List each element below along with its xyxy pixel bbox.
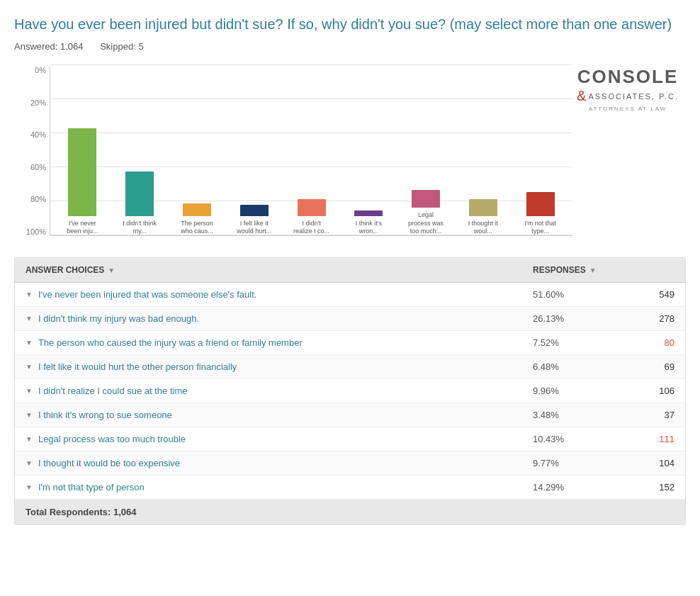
bars-row: I've never been inju...I didn't think my…	[50, 66, 572, 236]
table-row: ▼I've never been injured that was someon…	[15, 283, 685, 307]
row-toggle-icon[interactable]: ▼	[26, 363, 33, 371]
row-percentage: 7.52%	[533, 337, 618, 348]
row-answer-text[interactable]: I didn't think my injury was bad enough.	[38, 313, 533, 324]
table-row: ▼I think it's wrong to sue someone3.48%3…	[15, 403, 685, 427]
table-row: ▼The person who caused the injury was a …	[15, 331, 685, 355]
table-row: ▼I felt like it would hurt the other per…	[15, 355, 685, 379]
row-answer-text[interactable]: The person who caused the injury was a f…	[38, 337, 533, 348]
row-percentage: 3.48%	[533, 410, 618, 420]
row-percentage: 26.13%	[533, 313, 618, 324]
bar-group: I didn't think my...	[111, 172, 169, 236]
bar-label: I'm not that type...	[521, 220, 560, 236]
survey-stats: Answered: 1,064 Skipped: 5	[14, 41, 686, 52]
chart-inner: I've never been inju...I didn't think my…	[50, 66, 572, 236]
bar-label: Legal process was too much...	[407, 211, 446, 236]
bar-group: I didn't realize I co...	[283, 199, 340, 236]
bar-bar7[interactable]	[412, 190, 440, 208]
row-count: 37	[618, 410, 674, 420]
row-answer-text[interactable]: Legal process was too much trouble	[38, 434, 533, 444]
bar-group: Legal process was too much...	[397, 190, 455, 236]
row-answer-text[interactable]: I'm not that type of person	[38, 482, 533, 493]
row-toggle-icon[interactable]: ▼	[26, 435, 33, 443]
logo-attorneys: ATTORNEYS AT LAW	[577, 106, 679, 112]
row-count: 549	[618, 289, 674, 300]
bar-bar4[interactable]	[240, 205, 269, 216]
bar-label: I've never been inju...	[63, 220, 102, 236]
table-row: ▼I didn't think my injury was bad enough…	[15, 307, 685, 331]
row-toggle-icon[interactable]: ▼	[26, 315, 33, 322]
bar-label: I think it's wron...	[349, 220, 388, 236]
logo-area: CONSOLE & ASSOCIATES, P.C. ATTORNEYS AT …	[572, 66, 686, 154]
grid-line	[50, 64, 572, 65]
y-axis-label: 0%	[14, 66, 46, 74]
bar-group: I think it's wron...	[340, 210, 397, 236]
table-row: ▼I thought it would be too expensive9.77…	[15, 451, 685, 476]
table-row: ▼I'm not that type of person14.29%152	[15, 476, 685, 500]
row-count: 278	[618, 313, 674, 324]
row-count: 69	[618, 361, 674, 372]
y-axis-label: 80%	[14, 195, 46, 203]
row-answer-text[interactable]: I've never been injured that was someone…	[38, 289, 533, 300]
row-percentage: 9.77%	[533, 458, 618, 468]
bar-label: I thought it woul...	[463, 220, 502, 236]
bar-bar9[interactable]	[526, 192, 555, 216]
table-row: ▼Legal process was too much trouble10.43…	[15, 427, 685, 451]
logo-ampersand: &	[577, 88, 586, 104]
skipped-stat: Skipped: 5	[100, 41, 143, 52]
row-count: 104	[618, 458, 674, 468]
row-count: 152	[618, 482, 674, 493]
row-toggle-icon[interactable]: ▼	[26, 459, 33, 467]
y-axis-label: 60%	[14, 163, 46, 172]
responses-sort-icon[interactable]: ▼	[589, 266, 597, 274]
bar-group: I'm not that type...	[512, 192, 569, 236]
bar-group: The person who caus...	[169, 203, 226, 236]
y-axis-label: 40%	[14, 130, 46, 139]
table-header: ANSWER CHOICES ▼ RESPONSES ▼	[15, 258, 685, 283]
y-axis: 100%80%60%40%20%0%	[14, 66, 46, 236]
col-header-responses: RESPONSES ▼	[533, 265, 674, 275]
total-row: Total Respondents: 1,064	[15, 500, 685, 524]
row-percentage: 10.43%	[533, 434, 618, 444]
bar-bar1[interactable]	[68, 128, 96, 216]
row-count: 80	[618, 337, 674, 348]
table-body: ▼I've never been injured that was someon…	[15, 283, 685, 500]
bar-group: I felt like it would hurt...	[225, 205, 283, 236]
row-toggle-icon[interactable]: ▼	[26, 411, 33, 419]
row-toggle-icon[interactable]: ▼	[26, 291, 33, 298]
bar-bar5[interactable]	[298, 199, 326, 216]
chart-area: 100%80%60%40%20%0% I've never been inju.…	[14, 66, 686, 236]
table-row: ▼I didn't realize I could sue at the tim…	[15, 379, 685, 403]
y-axis-label: 20%	[14, 99, 46, 107]
bar-bar2[interactable]	[125, 172, 154, 216]
row-answer-text[interactable]: I felt like it would hurt the other pers…	[38, 361, 533, 372]
row-percentage: 14.29%	[533, 482, 618, 493]
question-title: Have you ever been injured but didn't su…	[14, 14, 686, 34]
row-answer-text[interactable]: I think it's wrong to sue someone	[38, 410, 533, 420]
logo: CONSOLE & ASSOCIATES, P.C. ATTORNEYS AT …	[577, 66, 679, 112]
bar-label: The person who caus...	[177, 220, 216, 236]
col-header-answer: ANSWER CHOICES ▼	[26, 265, 533, 275]
row-toggle-icon[interactable]: ▼	[26, 339, 33, 347]
bar-bar3[interactable]	[183, 203, 211, 216]
answered-stat: Answered: 1,064	[14, 41, 84, 52]
bar-group: I thought it woul...	[454, 199, 512, 236]
row-percentage: 51.60%	[533, 289, 618, 300]
bar-bar6[interactable]	[354, 210, 383, 216]
logo-associates: ASSOCIATES, P.C.	[588, 92, 679, 101]
row-toggle-icon[interactable]: ▼	[26, 483, 33, 491]
row-answer-text[interactable]: I didn't realize I could sue at the time	[38, 386, 533, 396]
row-toggle-icon[interactable]: ▼	[26, 387, 33, 395]
row-answer-text[interactable]: I thought it would be too expensive	[38, 458, 533, 468]
answer-sort-icon[interactable]: ▼	[108, 266, 115, 274]
row-count: 111	[618, 434, 674, 444]
row-percentage: 9.96%	[533, 386, 618, 396]
bar-chart: 100%80%60%40%20%0% I've never been inju.…	[14, 66, 572, 236]
bar-bar8[interactable]	[469, 199, 497, 216]
y-axis-label: 100%	[14, 227, 46, 236]
row-percentage: 6.48%	[533, 361, 618, 372]
bar-label: I felt like it would hurt...	[235, 220, 273, 236]
bar-label: I didn't think my...	[120, 220, 159, 236]
row-count: 106	[618, 386, 674, 396]
bar-group: I've never been inju...	[54, 128, 111, 236]
logo-console: CONSOLE	[577, 66, 679, 88]
